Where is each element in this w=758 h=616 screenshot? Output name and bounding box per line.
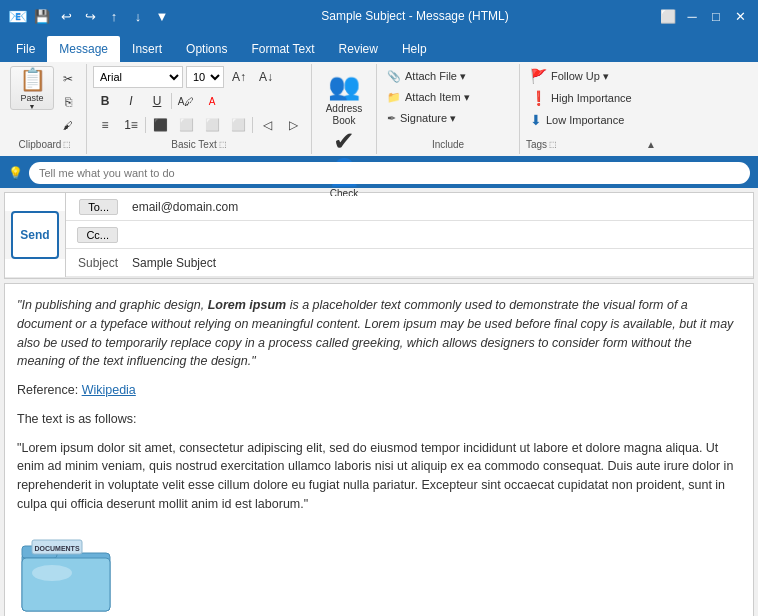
ribbon-collapse-btn[interactable]: ▲ (646, 139, 656, 150)
attach-item-button[interactable]: 📁 Attach Item ▾ (383, 87, 513, 107)
align-right-btn[interactable]: ⬜ (200, 114, 224, 136)
format-painter-button[interactable]: 🖌 (56, 114, 80, 136)
underline-button[interactable]: U (145, 90, 169, 112)
redo-quick-btn[interactable]: ↪ (80, 6, 100, 26)
tell-me-input[interactable] (29, 162, 750, 184)
title-bar: 📧 💾 ↩ ↪ ↑ ↓ ▼ Sample Subject - Message (… (0, 0, 758, 32)
increase-font-btn[interactable]: A↑ (227, 66, 251, 88)
font-color-btn[interactable]: A (200, 90, 224, 112)
paste-button[interactable]: 📋 Paste ▼ (10, 66, 54, 110)
close-btn[interactable]: ✕ (730, 6, 750, 26)
align-left-btn[interactable]: ⬛ (148, 114, 172, 136)
cut-button[interactable]: ✂ (56, 68, 80, 90)
to-row: Send To... Cc... Subject (5, 193, 753, 278)
tab-format-text[interactable]: Format Text (239, 36, 326, 62)
tags-group: 🚩 Follow Up ▾ ❗ High Importance ⬇ Low Im… (520, 64, 662, 154)
up-quick-btn[interactable]: ↑ (104, 6, 124, 26)
save-quick-btn[interactable]: 💾 (32, 6, 52, 26)
tab-message[interactable]: Message (47, 36, 120, 62)
attach-item-icon: 📁 (387, 91, 401, 104)
subject-field-row: Subject (66, 249, 753, 277)
basic-text-content: Arial 10.5 A↑ A↓ B I U A🖊 A ≡ 1≡ ⬛ (93, 66, 305, 137)
svg-point-5 (32, 565, 72, 581)
low-importance-button[interactable]: ⬇ Low Importance (526, 110, 656, 130)
numbering-btn[interactable]: 1≡ (119, 114, 143, 136)
tab-insert[interactable]: Insert (120, 36, 174, 62)
attach-file-button[interactable]: 📎 Attach File ▾ (383, 66, 513, 86)
signature-label: Signature ▾ (400, 112, 456, 125)
bullets-btn[interactable]: ≡ (93, 114, 117, 136)
title-bar-left: 📧 💾 ↩ ↪ ↑ ↓ ▼ (8, 6, 172, 26)
low-importance-label: Low Importance (546, 114, 624, 126)
to-input[interactable] (126, 196, 753, 218)
follow-up-button[interactable]: 🚩 Follow Up ▾ (526, 66, 656, 86)
down-quick-btn[interactable]: ↓ (128, 6, 148, 26)
lorem-paragraph: "Lorem ipsum dolor sit amet, consectetur… (17, 439, 741, 514)
follow-up-label: Follow Up ▾ (551, 70, 609, 83)
attach-file-label: Attach File ▾ (405, 70, 466, 83)
indent-less-btn[interactable]: ◁ (255, 114, 279, 136)
wikipedia-link[interactable]: Wikipedia (82, 383, 136, 397)
low-importance-icon: ⬇ (530, 112, 542, 128)
include-group: 📎 Attach File ▾ 📁 Attach Item ▾ ✒ Signat… (377, 64, 520, 154)
italic-button[interactable]: I (119, 90, 143, 112)
subject-input[interactable] (126, 252, 753, 274)
basic-text-launcher[interactable]: ⬚ (219, 140, 227, 149)
cc-field-row: Cc... (66, 221, 753, 249)
window-controls: ⬜ ─ □ ✕ (658, 6, 750, 26)
reference-line: Reference: Wikipedia (17, 381, 741, 400)
app-icon: 📧 (8, 7, 28, 26)
email-compose-area: Send To... Cc... Subject (4, 192, 754, 279)
clipboard-content: 📋 Paste ▼ ✂ ⎘ 🖌 (10, 66, 80, 137)
bold-button[interactable]: B (93, 90, 117, 112)
paste-label: Paste (20, 93, 43, 103)
tab-options[interactable]: Options (174, 36, 239, 62)
basic-text-label: Basic Text ⬚ (93, 137, 305, 152)
copy-button[interactable]: ⎘ (56, 91, 80, 113)
include-content: 📎 Attach File ▾ 📁 Attach Item ▾ ✒ Signat… (383, 66, 513, 137)
maximize-btn[interactable]: □ (706, 6, 726, 26)
clipboard-label: Clipboard ⬚ (10, 137, 80, 152)
tab-file[interactable]: File (4, 36, 47, 62)
signature-button[interactable]: ✒ Signature ▾ (383, 108, 513, 128)
address-book-button[interactable]: 👥 AddressBook (318, 66, 370, 132)
tab-review[interactable]: Review (327, 36, 390, 62)
cc-input[interactable] (126, 224, 753, 246)
font-size-select[interactable]: 10.5 (186, 66, 224, 88)
separator-3 (252, 117, 253, 133)
justify-btn[interactable]: ⬜ (226, 114, 250, 136)
undo-quick-btn[interactable]: ↩ (56, 6, 76, 26)
decrease-font-btn[interactable]: A↓ (254, 66, 278, 88)
tab-help[interactable]: Help (390, 36, 439, 62)
cc-button[interactable]: Cc... (77, 227, 118, 243)
to-button[interactable]: To... (79, 199, 118, 215)
signature-icon: ✒ (387, 112, 396, 125)
customize-quick-btn[interactable]: ▼ (152, 6, 172, 26)
send-panel: Send (5, 211, 65, 259)
high-importance-button[interactable]: ❗ High Importance (526, 88, 656, 108)
font-family-select[interactable]: Arial (93, 66, 183, 88)
tags-label: Tags ⬚ ▲ (526, 137, 656, 152)
attach-item-label: Attach Item ▾ (405, 91, 470, 104)
minimize-btn[interactable]: ─ (682, 6, 702, 26)
restore-btn[interactable]: ⬜ (658, 6, 678, 26)
highlight-btn[interactable]: A🖊 (174, 90, 198, 112)
tags-items: 🚩 Follow Up ▾ ❗ High Importance ⬇ Low Im… (526, 66, 656, 130)
align-center-btn[interactable]: ⬜ (174, 114, 198, 136)
to-btn-cell: To... (66, 197, 126, 217)
include-label: Include (383, 137, 513, 152)
indent-more-btn[interactable]: ▷ (281, 114, 305, 136)
quick-access-toolbar: 📧 💾 ↩ ↪ ↑ ↓ ▼ (8, 6, 172, 26)
high-importance-label: High Importance (551, 92, 632, 104)
email-body[interactable]: "In publishing and graphic design, Lorem… (4, 283, 754, 616)
to-field-row: To... (66, 193, 753, 221)
folder-attachment[interactable]: DOCUMENTS (17, 528, 117, 617)
high-importance-icon: ❗ (530, 90, 547, 106)
subject-label: Subject (66, 254, 126, 272)
tags-launcher[interactable]: ⬚ (549, 140, 557, 149)
address-book-label: AddressBook (326, 103, 363, 127)
send-button[interactable]: Send (11, 211, 59, 259)
address-book-icon: 👥 (328, 71, 360, 102)
basic-text-group: Arial 10.5 A↑ A↓ B I U A🖊 A ≡ 1≡ ⬛ (87, 64, 312, 154)
clipboard-launcher[interactable]: ⬚ (63, 140, 71, 149)
